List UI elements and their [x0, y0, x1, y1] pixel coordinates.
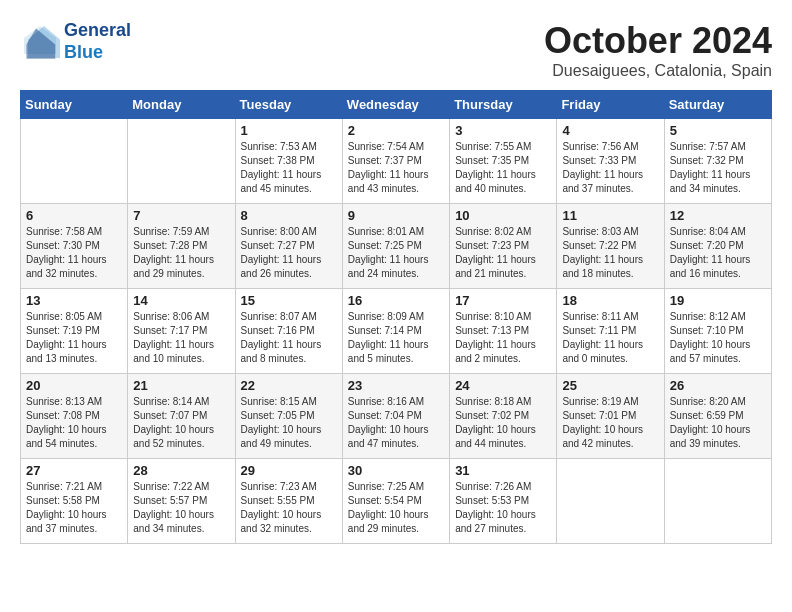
day-number: 23 — [348, 378, 444, 393]
day-info: Sunrise: 8:05 AMSunset: 7:19 PMDaylight:… — [26, 311, 107, 364]
day-number: 24 — [455, 378, 551, 393]
day-info: Sunrise: 8:03 AMSunset: 7:22 PMDaylight:… — [562, 226, 643, 279]
calendar-cell: 15 Sunrise: 8:07 AMSunset: 7:16 PMDaylig… — [235, 289, 342, 374]
day-info: Sunrise: 7:54 AMSunset: 7:37 PMDaylight:… — [348, 141, 429, 194]
calendar-cell: 25 Sunrise: 8:19 AMSunset: 7:01 PMDaylig… — [557, 374, 664, 459]
calendar-cell: 30 Sunrise: 7:25 AMSunset: 5:54 PMDaylig… — [342, 459, 449, 544]
day-number: 30 — [348, 463, 444, 478]
day-info: Sunrise: 8:07 AMSunset: 7:16 PMDaylight:… — [241, 311, 322, 364]
day-number: 14 — [133, 293, 229, 308]
calendar-cell: 21 Sunrise: 8:14 AMSunset: 7:07 PMDaylig… — [128, 374, 235, 459]
calendar-cell — [128, 119, 235, 204]
day-number: 19 — [670, 293, 766, 308]
calendar-cell: 1 Sunrise: 7:53 AMSunset: 7:38 PMDayligh… — [235, 119, 342, 204]
day-number: 26 — [670, 378, 766, 393]
day-number: 4 — [562, 123, 658, 138]
calendar-cell: 17 Sunrise: 8:10 AMSunset: 7:13 PMDaylig… — [450, 289, 557, 374]
day-info: Sunrise: 8:02 AMSunset: 7:23 PMDaylight:… — [455, 226, 536, 279]
day-number: 3 — [455, 123, 551, 138]
day-info: Sunrise: 8:20 AMSunset: 6:59 PMDaylight:… — [670, 396, 751, 449]
day-info: Sunrise: 7:56 AMSunset: 7:33 PMDaylight:… — [562, 141, 643, 194]
calendar-cell: 9 Sunrise: 8:01 AMSunset: 7:25 PMDayligh… — [342, 204, 449, 289]
header-monday: Monday — [128, 91, 235, 119]
day-number: 17 — [455, 293, 551, 308]
calendar-cell: 4 Sunrise: 7:56 AMSunset: 7:33 PMDayligh… — [557, 119, 664, 204]
calendar-cell: 10 Sunrise: 8:02 AMSunset: 7:23 PMDaylig… — [450, 204, 557, 289]
calendar-cell — [664, 459, 771, 544]
day-info: Sunrise: 7:57 AMSunset: 7:32 PMDaylight:… — [670, 141, 751, 194]
day-info: Sunrise: 7:59 AMSunset: 7:28 PMDaylight:… — [133, 226, 214, 279]
day-number: 31 — [455, 463, 551, 478]
day-info: Sunrise: 8:04 AMSunset: 7:20 PMDaylight:… — [670, 226, 751, 279]
day-info: Sunrise: 8:16 AMSunset: 7:04 PMDaylight:… — [348, 396, 429, 449]
day-info: Sunrise: 8:01 AMSunset: 7:25 PMDaylight:… — [348, 226, 429, 279]
day-info: Sunrise: 7:25 AMSunset: 5:54 PMDaylight:… — [348, 481, 429, 534]
calendar-cell — [21, 119, 128, 204]
calendar-cell: 18 Sunrise: 8:11 AMSunset: 7:11 PMDaylig… — [557, 289, 664, 374]
day-info: Sunrise: 8:13 AMSunset: 7:08 PMDaylight:… — [26, 396, 107, 449]
day-number: 22 — [241, 378, 337, 393]
day-number: 10 — [455, 208, 551, 223]
day-number: 1 — [241, 123, 337, 138]
calendar-header-row: SundayMondayTuesdayWednesdayThursdayFrid… — [21, 91, 772, 119]
day-number: 29 — [241, 463, 337, 478]
calendar-week-row: 6 Sunrise: 7:58 AMSunset: 7:30 PMDayligh… — [21, 204, 772, 289]
calendar-cell — [557, 459, 664, 544]
day-number: 27 — [26, 463, 122, 478]
calendar-cell: 24 Sunrise: 8:18 AMSunset: 7:02 PMDaylig… — [450, 374, 557, 459]
header-tuesday: Tuesday — [235, 91, 342, 119]
day-info: Sunrise: 8:19 AMSunset: 7:01 PMDaylight:… — [562, 396, 643, 449]
day-number: 11 — [562, 208, 658, 223]
calendar-week-row: 1 Sunrise: 7:53 AMSunset: 7:38 PMDayligh… — [21, 119, 772, 204]
month-title: October 2024 — [544, 20, 772, 62]
day-number: 9 — [348, 208, 444, 223]
day-number: 20 — [26, 378, 122, 393]
day-number: 28 — [133, 463, 229, 478]
day-info: Sunrise: 7:55 AMSunset: 7:35 PMDaylight:… — [455, 141, 536, 194]
header-wednesday: Wednesday — [342, 91, 449, 119]
day-info: Sunrise: 8:15 AMSunset: 7:05 PMDaylight:… — [241, 396, 322, 449]
title-block: October 2024 Duesaiguees, Catalonia, Spa… — [544, 20, 772, 80]
day-number: 16 — [348, 293, 444, 308]
calendar-cell: 16 Sunrise: 8:09 AMSunset: 7:14 PMDaylig… — [342, 289, 449, 374]
calendar-cell: 11 Sunrise: 8:03 AMSunset: 7:22 PMDaylig… — [557, 204, 664, 289]
calendar-cell: 19 Sunrise: 8:12 AMSunset: 7:10 PMDaylig… — [664, 289, 771, 374]
calendar-table: SundayMondayTuesdayWednesdayThursdayFrid… — [20, 90, 772, 544]
day-info: Sunrise: 8:09 AMSunset: 7:14 PMDaylight:… — [348, 311, 429, 364]
calendar-cell: 22 Sunrise: 8:15 AMSunset: 7:05 PMDaylig… — [235, 374, 342, 459]
header-friday: Friday — [557, 91, 664, 119]
day-number: 5 — [670, 123, 766, 138]
day-number: 18 — [562, 293, 658, 308]
day-info: Sunrise: 8:18 AMSunset: 7:02 PMDaylight:… — [455, 396, 536, 449]
header-sunday: Sunday — [21, 91, 128, 119]
day-info: Sunrise: 7:26 AMSunset: 5:53 PMDaylight:… — [455, 481, 536, 534]
calendar-cell: 20 Sunrise: 8:13 AMSunset: 7:08 PMDaylig… — [21, 374, 128, 459]
calendar-cell: 27 Sunrise: 7:21 AMSunset: 5:58 PMDaylig… — [21, 459, 128, 544]
day-number: 21 — [133, 378, 229, 393]
calendar-cell: 29 Sunrise: 7:23 AMSunset: 5:55 PMDaylig… — [235, 459, 342, 544]
day-info: Sunrise: 8:00 AMSunset: 7:27 PMDaylight:… — [241, 226, 322, 279]
day-info: Sunrise: 7:23 AMSunset: 5:55 PMDaylight:… — [241, 481, 322, 534]
calendar-cell: 26 Sunrise: 8:20 AMSunset: 6:59 PMDaylig… — [664, 374, 771, 459]
calendar-cell: 12 Sunrise: 8:04 AMSunset: 7:20 PMDaylig… — [664, 204, 771, 289]
day-number: 13 — [26, 293, 122, 308]
calendar-cell: 5 Sunrise: 7:57 AMSunset: 7:32 PMDayligh… — [664, 119, 771, 204]
day-number: 12 — [670, 208, 766, 223]
calendar-cell: 6 Sunrise: 7:58 AMSunset: 7:30 PMDayligh… — [21, 204, 128, 289]
calendar-week-row: 20 Sunrise: 8:13 AMSunset: 7:08 PMDaylig… — [21, 374, 772, 459]
day-info: Sunrise: 8:14 AMSunset: 7:07 PMDaylight:… — [133, 396, 214, 449]
day-number: 2 — [348, 123, 444, 138]
calendar-cell: 31 Sunrise: 7:26 AMSunset: 5:53 PMDaylig… — [450, 459, 557, 544]
day-number: 7 — [133, 208, 229, 223]
day-info: Sunrise: 7:58 AMSunset: 7:30 PMDaylight:… — [26, 226, 107, 279]
day-number: 15 — [241, 293, 337, 308]
day-info: Sunrise: 7:53 AMSunset: 7:38 PMDaylight:… — [241, 141, 322, 194]
calendar-cell: 8 Sunrise: 8:00 AMSunset: 7:27 PMDayligh… — [235, 204, 342, 289]
location-subtitle: Duesaiguees, Catalonia, Spain — [544, 62, 772, 80]
logo-text-blue: Blue — [64, 42, 131, 64]
calendar-cell: 7 Sunrise: 7:59 AMSunset: 7:28 PMDayligh… — [128, 204, 235, 289]
day-number: 8 — [241, 208, 337, 223]
header-saturday: Saturday — [664, 91, 771, 119]
calendar-week-row: 13 Sunrise: 8:05 AMSunset: 7:19 PMDaylig… — [21, 289, 772, 374]
calendar-cell: 28 Sunrise: 7:22 AMSunset: 5:57 PMDaylig… — [128, 459, 235, 544]
